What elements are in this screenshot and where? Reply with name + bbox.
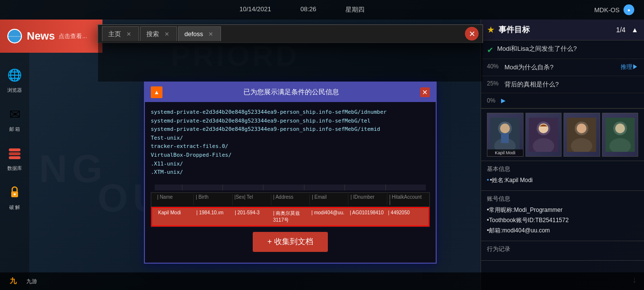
tab-home-label: 主页 <box>108 30 121 39</box>
bg-text-2: NG <box>39 146 107 191</box>
event-item-2: 25% 背后的真相是什么? <box>481 76 644 93</box>
account-email: •邮箱:modi404@uu.com <box>487 227 638 235</box>
modal-title: 已为您展示满足条件的公民信息 <box>166 88 416 97</box>
sidebar-item-mail[interactable]: ✉ 邮 箱 <box>0 102 29 136</box>
tab-search[interactable]: 搜索 ✕ <box>140 26 177 41</box>
event-list: ✔ Modi和Lisa之间发生了什么? 40% Modi为什么自杀? 推理▶ 2… <box>481 41 644 109</box>
cell-email: | modi404@uu. <box>309 210 348 224</box>
col-address: | Address <box>271 194 309 205</box>
topbar-right: MDK-OS ● <box>594 4 634 15</box>
svg-point-4 <box>14 193 16 195</box>
info-name-text: •姓名:Kapil Modi <box>490 177 533 184</box>
sidebar-label-crack: 破 解 <box>9 204 20 211</box>
file-list: systemd-private-e2d3d4b20e848g523344ea9-… <box>151 108 430 177</box>
tab-defoss-close[interactable]: ✕ <box>207 30 215 38</box>
tab-search-label: 搜索 <box>146 30 159 39</box>
svg-rect-0 <box>9 148 20 151</box>
file-item: .XTM-unix/ <box>151 168 430 177</box>
event-title: 事件目标 <box>499 25 612 35</box>
file-item: Test-unix/ <box>151 134 430 143</box>
check-icon-0: ✔ <box>487 45 493 55</box>
bottom-brand: 九游 <box>26 278 37 285</box>
col-sex-tel: |Sex| Tel <box>232 194 271 205</box>
event-action-1[interactable]: 推理▶ <box>621 63 638 71</box>
col-idnumber: | IDnumber <box>348 194 386 205</box>
avatar-3-img <box>564 113 600 156</box>
tab-home-close[interactable]: ✕ <box>125 30 133 38</box>
tab-defoss-label: defoss <box>184 30 203 38</box>
bottom-logo: 九 <box>10 277 17 286</box>
browser-close-button[interactable]: ✕ <box>465 27 479 41</box>
globe-icon <box>7 29 22 43</box>
avatar-3[interactable] <box>564 113 600 157</box>
sidebar-item-crack[interactable]: 破 解 <box>0 180 29 214</box>
sidebar-item-browser[interactable]: 🌐 浏览器 <box>0 62 29 97</box>
basic-info-section: 基本信息 ••姓名:Kapil Modi <box>481 161 644 191</box>
cell-tel: | 201-594-3 <box>233 210 271 224</box>
avatar-2[interactable] <box>525 113 562 157</box>
tab-home[interactable]: 主页 ✕ <box>102 26 139 41</box>
file-item: .X11-unix/ <box>151 160 430 168</box>
topbar-os-label: MDK-OS <box>594 6 620 14</box>
news-tab[interactable]: News 点击查看... <box>0 20 102 53</box>
table-row-kapil: Kapil Modi | 1984.10.ım | 201-594-3 | 南奥… <box>151 207 429 227</box>
collect-to-document-button[interactable]: + 收集到文档 <box>253 232 328 252</box>
timeline-bar <box>155 185 426 190</box>
file-item: systemd-private-e2d3d4b20e848g523344ea9-… <box>151 108 430 117</box>
modal-body: systemd-private-e2d3d4b20e848g523344ea9-… <box>145 102 436 263</box>
modal-overlay: ▲ 已为您展示满足条件的公民信息 ✕ systemd-private-e2d3d… <box>98 42 483 82</box>
topbar-weekday: 星期四 <box>345 5 364 14</box>
avatar-kapil[interactable]: Kapil Modi <box>487 113 523 157</box>
modal-close-button[interactable]: ✕ <box>420 87 430 97</box>
account-info-section: 账号信息 •常用昵称:Modi_Programmer •Toothbook账号I… <box>481 191 644 241</box>
account-nickname: •常用昵称:Modi_Programmer <box>487 206 638 214</box>
crack-icon <box>5 183 24 202</box>
cell-address: | 南奥尔莫兹3117号 <box>271 210 310 224</box>
avatar-4-img <box>603 113 638 156</box>
behavior-section: 行为记录 <box>481 241 644 261</box>
topbar-center: 10/14/2021 08:26 星期四 <box>240 5 365 14</box>
star-icon: ★ <box>487 24 495 35</box>
event-text-1: Modi为什么自杀? <box>504 63 617 72</box>
topbar: 10/14/2021 08:26 星期四 MDK-OS ● <box>0 0 644 20</box>
news-tab-label: News <box>27 30 55 42</box>
cell-birth: | 1984.10.ım <box>195 210 233 224</box>
browser-tab-bar: 主页 ✕ 搜索 ✕ defoss ✕ ✕ <box>98 25 483 42</box>
account-info-title: 账号信息 <box>487 195 638 203</box>
svg-point-8 <box>500 124 510 133</box>
file-item: systemd-private-e2d3d4b20e848g523344ea9-… <box>151 125 430 134</box>
col-name: | Name <box>155 194 193 205</box>
event-pct-2: 25% <box>487 80 499 87</box>
file-item: tracker-extract-files.0/ <box>151 142 430 151</box>
info-item-name: ••姓名:Kapil Modi <box>487 176 638 185</box>
event-text-0: Modi和Lisa之间发生了什么? <box>497 44 638 53</box>
data-table: | Name | Birth |Sex| Tel | Address | Ema… <box>151 192 430 227</box>
browser-window: 主页 ✕ 搜索 ✕ defoss ✕ ✕ ▲ 已为您展示满足条件的公民信息 ✕ <box>98 24 483 43</box>
news-sub-label: 点击查看... <box>59 32 87 41</box>
topbar-date: 10/14/2021 <box>240 5 271 14</box>
sidebar-label-browser: 浏览器 <box>7 87 22 94</box>
tab-search-close[interactable]: ✕ <box>163 30 171 38</box>
account-toothbook: •Toothbook账号ID:TB25411572 <box>487 216 638 225</box>
event-pct-1: 40% <box>487 63 499 70</box>
database-icon <box>5 144 24 163</box>
svg-rect-9 <box>501 133 509 143</box>
svg-rect-1 <box>9 152 20 155</box>
chevron-up-icon: ▲ <box>631 26 638 34</box>
sidebar: 🌐 浏览器 ✉ 邮 箱 数据库 破 解 <box>0 20 29 290</box>
citizen-info-modal: ▲ 已为您展示满足条件的公民信息 ✕ systemd-private-e2d3d… <box>144 82 437 264</box>
col-email: | Email <box>309 194 348 205</box>
event-action-3[interactable]: ▶ <box>501 97 505 104</box>
cell-hitalk: | 4492050 <box>386 210 424 224</box>
modal-header: ▲ 已为您展示满足条件的公民信息 ✕ <box>145 83 436 102</box>
basic-info-title: 基本信息 <box>487 165 638 173</box>
sidebar-item-database[interactable]: 数据库 <box>0 141 29 175</box>
event-item-1: 40% Modi为什么自杀? 推理▶ <box>481 59 644 76</box>
tab-defoss[interactable]: defoss ✕ <box>178 26 221 41</box>
avatar-4[interactable] <box>602 113 639 157</box>
right-panel: ★ 事件目标 1/4 ▲ ✔ Modi和Lisa之间发生了什么? 40% Mod… <box>481 20 644 290</box>
col-birth: | Birth <box>193 194 232 205</box>
avatar-2-img <box>526 113 562 156</box>
event-item-0: ✔ Modi和Lisa之间发生了什么? <box>481 41 644 59</box>
os-icon: ● <box>624 4 634 15</box>
